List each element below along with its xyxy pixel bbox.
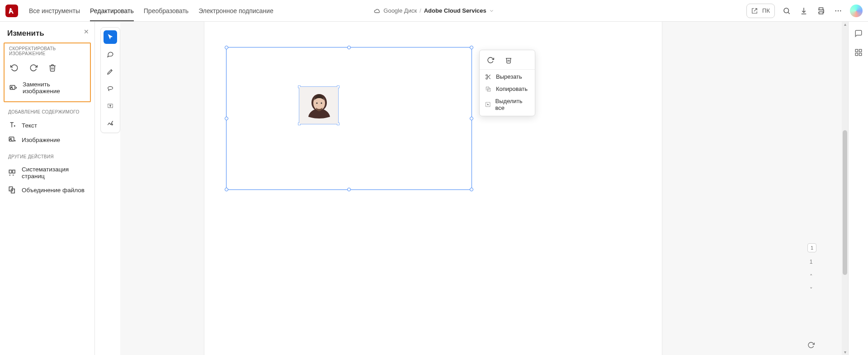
svg-point-23 xyxy=(486,77,488,79)
page-count: 1 xyxy=(810,259,813,265)
ctx-cut[interactable]: Вырезать xyxy=(480,71,535,83)
add-text-item[interactable]: Текст xyxy=(6,118,90,133)
page-up-button[interactable]: ˄ xyxy=(810,273,813,280)
comments-panel-button[interactable] xyxy=(853,28,864,39)
portrait-image[interactable] xyxy=(299,87,338,124)
thumbnails-panel-button[interactable] xyxy=(853,47,864,58)
svg-line-1 xyxy=(788,12,789,14)
delete-button[interactable] xyxy=(47,62,58,73)
combine-files-item[interactable]: Объединение файлов xyxy=(6,183,90,197)
tool-sign[interactable] xyxy=(104,116,117,130)
organize-pages-label: Систематизация страниц xyxy=(22,166,88,180)
open-in-desktop-pill[interactable]: ПК xyxy=(746,4,775,18)
vertical-toolbar xyxy=(100,27,120,133)
breadcrumb-sep: / xyxy=(420,7,421,14)
external-link-icon xyxy=(751,8,758,14)
adjust-icon-row xyxy=(7,60,89,78)
image-selection-box[interactable] xyxy=(299,86,339,124)
tool-select[interactable] xyxy=(104,30,117,44)
copy-icon xyxy=(485,86,491,92)
tool-textbox[interactable] xyxy=(104,99,117,113)
rotate-cw-icon xyxy=(29,64,38,72)
comment-icon xyxy=(107,51,114,58)
ctx-copy[interactable]: Копировать xyxy=(480,83,535,95)
topnav-esign[interactable]: Электронное подписание xyxy=(198,1,274,21)
print-button[interactable] xyxy=(816,5,826,16)
print-icon xyxy=(817,7,825,15)
open-in-desktop-label: ПК xyxy=(762,7,770,14)
svg-point-22 xyxy=(486,74,488,76)
tool-comment[interactable] xyxy=(104,47,117,61)
main: Изменить ✕ СКОРРЕКТИРОВАТЬ ИЗОБРАЖЕНИЕ З… xyxy=(0,22,868,355)
lasso-icon xyxy=(107,85,114,92)
add-image-item[interactable]: Изображение xyxy=(6,133,90,147)
svg-line-26 xyxy=(487,76,488,76)
replace-image-label: Заменить изображение xyxy=(23,81,87,95)
breadcrumb-file: Adobe Cloud Services xyxy=(424,7,486,14)
combine-files-label: Объединение файлов xyxy=(22,187,85,194)
section-adjust-label: СКОРРЕКТИРОВАТЬ ИЗОБРАЖЕНИЕ xyxy=(9,46,89,56)
tool-draw[interactable] xyxy=(104,82,117,95)
combine-files-icon xyxy=(8,186,16,194)
svg-rect-31 xyxy=(859,49,861,52)
ctx-cut-label: Вырезать xyxy=(496,73,522,80)
topnav-edit[interactable]: Редактировать xyxy=(90,1,134,21)
ctx-delete[interactable] xyxy=(503,55,514,66)
replace-image-item[interactable]: Заменить изображение xyxy=(7,78,89,98)
comment-icon xyxy=(854,29,863,38)
avatar[interactable] xyxy=(850,5,863,17)
rotate-cw-icon xyxy=(487,57,494,64)
right-rail xyxy=(848,22,868,355)
page-selection-box[interactable] xyxy=(226,47,472,190)
organize-pages-item[interactable]: Систематизация страниц xyxy=(6,163,90,183)
trash-icon xyxy=(505,57,512,64)
more-button[interactable] xyxy=(833,5,844,16)
svg-rect-11 xyxy=(9,170,11,173)
section-add-label: ДОБАВЛЕНИЕ СОДЕРЖИМОГО xyxy=(8,109,90,114)
svg-rect-32 xyxy=(855,53,858,56)
svg-point-20 xyxy=(316,103,318,104)
svg-point-21 xyxy=(321,103,322,104)
grid-icon xyxy=(854,48,863,57)
breadcrumb[interactable]: Google Диск / Adobe Cloud Services xyxy=(373,7,494,14)
svg-point-4 xyxy=(835,10,836,11)
download-icon xyxy=(800,7,808,15)
svg-point-5 xyxy=(838,10,839,11)
svg-rect-3 xyxy=(819,12,823,14)
chevron-down-icon[interactable] xyxy=(489,8,495,14)
rotate-cw-button[interactable] xyxy=(28,62,39,73)
refresh-icon xyxy=(807,341,815,349)
scroll-thumb[interactable] xyxy=(843,130,847,275)
close-panel-button[interactable]: ✕ xyxy=(84,28,89,35)
ctx-select-all[interactable]: Выделить все xyxy=(480,95,535,114)
svg-rect-30 xyxy=(855,49,858,52)
ctx-rotate-cw[interactable] xyxy=(485,55,496,66)
topbar: Все инструменты Редактировать Преобразов… xyxy=(0,0,868,22)
svg-point-17 xyxy=(112,124,113,125)
refresh-button[interactable] xyxy=(807,341,815,349)
page-down-button[interactable]: ˅ xyxy=(810,286,813,293)
download-button[interactable] xyxy=(798,5,809,16)
svg-point-0 xyxy=(784,8,789,13)
topnav-all-tools[interactable]: Все инструменты xyxy=(29,1,80,21)
rotate-ccw-icon xyxy=(10,64,19,72)
search-button[interactable] xyxy=(781,5,792,16)
breadcrumb-drive: Google Диск xyxy=(383,7,417,14)
add-image-label: Изображение xyxy=(22,137,60,143)
document-page[interactable]: Вырезать Копировать Выделить все xyxy=(204,22,662,355)
context-menu: Вырезать Копировать Выделить все xyxy=(479,50,535,116)
trash-icon xyxy=(48,64,57,72)
top-nav: Все инструменты Редактировать Преобразов… xyxy=(29,1,274,21)
rotate-ccw-button[interactable] xyxy=(9,62,20,73)
highlight-icon xyxy=(107,68,114,75)
search-icon xyxy=(783,7,791,15)
add-image-icon xyxy=(8,136,16,144)
add-text-icon xyxy=(8,121,16,129)
adjust-image-highlight: СКОРРЕКТИРОВАТЬ ИЗОБРАЖЕНИЕ Заменить изо… xyxy=(4,43,91,102)
vertical-scrollbar[interactable]: ▴ ▾ xyxy=(842,22,848,355)
pointer-icon xyxy=(107,33,114,41)
tool-highlight[interactable] xyxy=(104,65,117,78)
topnav-convert[interactable]: Преобразовать xyxy=(144,1,189,21)
document-canvas[interactable]: Вырезать Копировать Выделить все 1 1 ˄ ˅ xyxy=(120,22,842,355)
svg-rect-12 xyxy=(13,170,15,173)
